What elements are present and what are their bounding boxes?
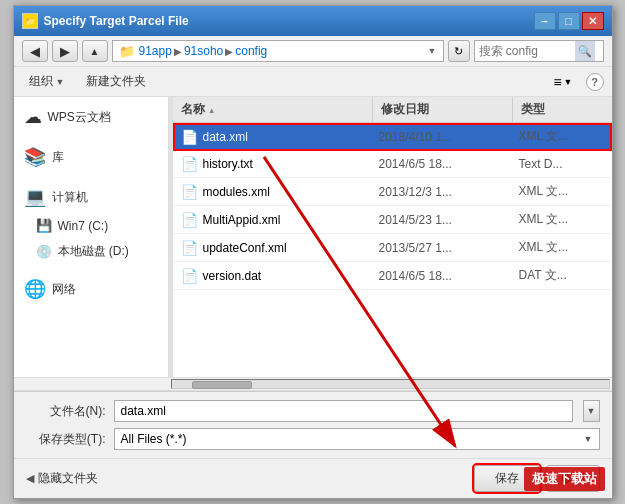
organize-button[interactable]: 组织 ▼: [22, 70, 72, 93]
filetype-label: 保存类型(T):: [26, 431, 106, 448]
breadcrumb: 91app ▶ 91soho ▶ config: [139, 44, 424, 58]
file-type: XML 文...: [513, 181, 612, 202]
filename-input[interactable]: data.xml: [114, 400, 573, 422]
filetype-dropdown-arrow: ▼: [584, 434, 593, 444]
bottom-section: 文件名(N): data.xml ▼ 保存类型(T): All Files (*…: [14, 391, 612, 458]
library-icon: 📚: [24, 146, 46, 168]
dialog-wrapper: 📁 Specify Target Parcel File – □ ✕ ◀ ▶ ▲…: [13, 5, 613, 499]
filetype-select[interactable]: All Files (*.*) ▼: [114, 428, 600, 450]
sidebar-item-local-d[interactable]: 💿 本地磁盘 (D:): [14, 238, 168, 265]
col-date-label: 修改日期: [381, 102, 429, 116]
table-row[interactable]: 📄 history.txt 2014/6/5 18... Text D...: [173, 151, 612, 178]
col-date-header[interactable]: 修改日期: [373, 97, 513, 122]
xml-file-icon: 📄: [181, 212, 198, 228]
organize-label: 组织: [29, 73, 53, 90]
filename-row: 文件名(N): data.xml ▼: [26, 400, 600, 422]
action-buttons: 保存 取消: [474, 465, 600, 492]
back-button[interactable]: ◀: [22, 40, 48, 62]
win7-label: Win7 (C:): [58, 219, 109, 233]
computer-icon: 💻: [24, 186, 46, 208]
filetype-value: All Files (*.*): [121, 432, 187, 446]
hide-folders-arrow: ◀: [26, 472, 34, 485]
file-cell-name: 📄 data.xml: [173, 127, 373, 147]
sidebar-item-network[interactable]: 🌐 网络: [14, 273, 168, 305]
folder-icon: 📁: [119, 44, 135, 59]
new-folder-button[interactable]: 新建文件夹: [79, 70, 153, 93]
table-row[interactable]: 📄 data.xml 2018/4/10 1... XML 文...: [173, 123, 612, 151]
actions-toolbar: 组织 ▼ 新建文件夹 ≡ ▼ ?: [14, 67, 612, 97]
file-date: 2013/5/27 1...: [373, 239, 513, 257]
wps-label: WPS云文档: [48, 109, 111, 126]
breadcrumb-sep1: ▶: [174, 46, 182, 57]
refresh-button[interactable]: ↻: [448, 40, 470, 62]
file-cell-name: 📄 updateConf.xml: [173, 238, 373, 258]
close-button[interactable]: ✕: [582, 12, 604, 30]
hide-folders-toggle[interactable]: ◀ 隐藏文件夹: [26, 470, 98, 487]
xml-file-icon: 📄: [181, 129, 198, 145]
search-input[interactable]: [475, 44, 575, 58]
filename-label: 文件名(N):: [26, 403, 106, 420]
filename-value: data.xml: [121, 404, 166, 418]
forward-button[interactable]: ▶: [52, 40, 78, 62]
save-button[interactable]: 保存: [474, 465, 540, 492]
computer-label: 计算机: [52, 189, 88, 206]
cancel-button[interactable]: 取消: [546, 465, 600, 492]
content-area: ☁ WPS云文档 📚 库 💻 计算机 💾 Win7 (C: [14, 97, 612, 377]
sidebar-item-win7[interactable]: 💾 Win7 (C:): [14, 213, 168, 238]
bottom-bar: ◀ 隐藏文件夹 保存 取消: [14, 458, 612, 498]
table-row[interactable]: 📄 updateConf.xml 2013/5/27 1... XML 文...: [173, 234, 612, 262]
left-panel: ☁ WPS云文档 📚 库 💻 计算机 💾 Win7 (C: [14, 97, 169, 377]
file-type: XML 文...: [513, 126, 612, 147]
file-type: XML 文...: [513, 209, 612, 230]
up-button[interactable]: ▲: [82, 40, 108, 62]
table-row[interactable]: 📄 MultiAppid.xml 2014/5/23 1... XML 文...: [173, 206, 612, 234]
file-list: 📄 data.xml 2018/4/10 1... XML 文... 📄 his…: [173, 123, 612, 377]
address-bar[interactable]: 📁 91app ▶ 91soho ▶ config ▼: [112, 40, 444, 62]
file-date: 2018/4/10 1...: [373, 128, 513, 146]
txt-file-icon: 📄: [181, 156, 198, 172]
minimize-button[interactable]: –: [534, 12, 556, 30]
local-d-icon: 💿: [36, 244, 52, 259]
sidebar-item-computer[interactable]: 💻 计算机: [14, 181, 168, 213]
file-cell-name: 📄 modules.xml: [173, 182, 373, 202]
table-row[interactable]: 📄 version.dat 2014/6/5 18... DAT 文...: [173, 262, 612, 290]
dialog-icon: 📁: [22, 13, 38, 29]
dat-file-icon: 📄: [181, 268, 198, 284]
sidebar-item-wps[interactable]: ☁ WPS云文档: [14, 101, 168, 133]
file-cell-name: 📄 version.dat: [173, 266, 373, 286]
file-date: 2013/12/3 1...: [373, 183, 513, 201]
breadcrumb-91soho[interactable]: 91soho: [184, 44, 223, 58]
xml-file-icon: 📄: [181, 184, 198, 200]
wps-icon: ☁: [24, 106, 42, 128]
file-name: data.xml: [203, 130, 248, 144]
win7-icon: 💾: [36, 218, 52, 233]
filename-dropdown-arrow[interactable]: ▼: [583, 400, 600, 422]
file-name: version.dat: [203, 269, 262, 283]
view-icon: ≡: [553, 74, 561, 90]
view-button[interactable]: ≡ ▼: [548, 71, 577, 93]
search-box: 🔍: [474, 40, 604, 62]
file-date: 2014/6/5 18...: [373, 155, 513, 173]
file-date: 2014/5/23 1...: [373, 211, 513, 229]
help-button[interactable]: ?: [586, 73, 604, 91]
col-type-header[interactable]: 类型: [513, 97, 612, 122]
breadcrumb-91app[interactable]: 91app: [139, 44, 172, 58]
horizontal-scrollbar[interactable]: [14, 377, 612, 391]
col-name-header[interactable]: 名称 ▲: [173, 97, 373, 122]
organize-arrow: ▼: [56, 77, 65, 87]
network-label: 网络: [52, 281, 76, 298]
network-icon: 🌐: [24, 278, 46, 300]
navigation-toolbar: ◀ ▶ ▲ 📁 91app ▶ 91soho ▶ config ▼ ↻ 🔍: [14, 36, 612, 67]
search-icon-button[interactable]: 🔍: [575, 41, 595, 61]
library-label: 库: [52, 149, 64, 166]
view-arrow: ▼: [564, 77, 573, 87]
hscroll-track[interactable]: [171, 379, 610, 389]
address-dropdown-arrow[interactable]: ▼: [428, 46, 437, 56]
sidebar-item-library[interactable]: 📚 库: [14, 141, 168, 173]
breadcrumb-config[interactable]: config: [235, 44, 267, 58]
col-name-label: 名称: [181, 102, 205, 116]
maximize-button[interactable]: □: [558, 12, 580, 30]
title-bar-left: 📁 Specify Target Parcel File: [22, 13, 189, 29]
hscroll-thumb[interactable]: [192, 381, 252, 389]
table-row[interactable]: 📄 modules.xml 2013/12/3 1... XML 文...: [173, 178, 612, 206]
